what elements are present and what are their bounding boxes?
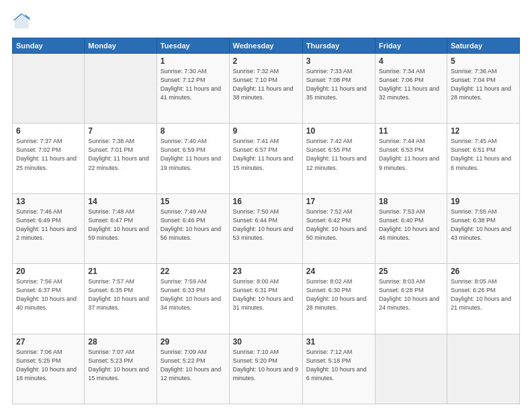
day-cell: 21Sunrise: 7:57 AM Sunset: 6:35 PM Dayli…: [85, 264, 157, 334]
day-cell: 16Sunrise: 7:50 AM Sunset: 6:44 PM Dayli…: [229, 193, 302, 263]
day-number: 11: [379, 126, 443, 136]
day-cell: 23Sunrise: 8:00 AM Sunset: 6:31 PM Dayli…: [229, 264, 302, 334]
day-cell: 31Sunrise: 7:12 AM Sunset: 5:18 PM Dayli…: [302, 334, 375, 404]
day-info: Sunrise: 7:55 AM Sunset: 6:38 PM Dayligh…: [451, 208, 516, 242]
day-cell: 3Sunrise: 7:33 AM Sunset: 7:08 PM Daylig…: [302, 54, 375, 124]
header-row: SundayMondayTuesdayWednesdayThursdayFrid…: [13, 38, 520, 54]
col-header-tuesday: Tuesday: [157, 38, 229, 54]
week-row-2: 6Sunrise: 7:37 AM Sunset: 7:02 PM Daylig…: [13, 124, 520, 193]
day-cell: 22Sunrise: 7:59 AM Sunset: 6:33 PM Dayli…: [157, 264, 229, 334]
day-cell: [447, 334, 519, 404]
col-header-saturday: Saturday: [447, 38, 519, 54]
day-cell: 28Sunrise: 7:07 AM Sunset: 5:23 PM Dayli…: [85, 334, 157, 404]
day-info: Sunrise: 7:36 AM Sunset: 7:04 PM Dayligh…: [451, 67, 516, 102]
day-cell: [375, 334, 447, 404]
day-cell: 15Sunrise: 7:49 AM Sunset: 6:46 PM Dayli…: [157, 193, 229, 263]
day-cell: 6Sunrise: 7:37 AM Sunset: 7:02 PM Daylig…: [13, 124, 85, 193]
day-number: 14: [88, 197, 153, 206]
day-number: 15: [161, 197, 226, 206]
day-number: 23: [233, 267, 299, 276]
logo: [12, 12, 35, 31]
day-info: Sunrise: 7:44 AM Sunset: 6:53 PM Dayligh…: [379, 137, 443, 172]
day-info: Sunrise: 7:57 AM Sunset: 6:35 PM Dayligh…: [88, 277, 153, 312]
day-number: 6: [16, 126, 81, 136]
day-number: 1: [161, 56, 226, 66]
day-info: Sunrise: 8:05 AM Sunset: 6:26 PM Dayligh…: [451, 277, 516, 312]
day-info: Sunrise: 7:40 AM Sunset: 6:59 PM Dayligh…: [161, 137, 226, 172]
day-info: Sunrise: 8:03 AM Sunset: 6:28 PM Dayligh…: [379, 277, 443, 312]
day-number: 16: [233, 197, 299, 206]
day-number: 2: [233, 56, 299, 66]
day-number: 25: [379, 267, 443, 276]
day-info: Sunrise: 8:00 AM Sunset: 6:31 PM Dayligh…: [233, 277, 299, 312]
day-info: Sunrise: 7:38 AM Sunset: 7:01 PM Dayligh…: [88, 137, 153, 172]
day-info: Sunrise: 7:52 AM Sunset: 6:42 PM Dayligh…: [306, 208, 371, 242]
day-info: Sunrise: 7:50 AM Sunset: 6:44 PM Dayligh…: [233, 208, 299, 242]
week-row-3: 13Sunrise: 7:46 AM Sunset: 6:49 PM Dayli…: [13, 193, 520, 263]
day-info: Sunrise: 7:07 AM Sunset: 5:23 PM Dayligh…: [88, 348, 153, 383]
day-cell: 17Sunrise: 7:52 AM Sunset: 6:42 PM Dayli…: [302, 193, 375, 263]
day-number: 26: [451, 267, 516, 276]
day-cell: 11Sunrise: 7:44 AM Sunset: 6:53 PM Dayli…: [375, 124, 447, 193]
day-cell: 14Sunrise: 7:48 AM Sunset: 6:47 PM Dayli…: [85, 193, 157, 263]
day-info: Sunrise: 7:33 AM Sunset: 7:08 PM Dayligh…: [306, 67, 371, 102]
header: [12, 12, 520, 31]
day-info: Sunrise: 7:32 AM Sunset: 7:10 PM Dayligh…: [233, 67, 299, 102]
day-number: 5: [451, 56, 516, 66]
day-number: 10: [306, 126, 371, 136]
day-info: Sunrise: 7:12 AM Sunset: 5:18 PM Dayligh…: [306, 348, 371, 383]
day-number: 24: [306, 267, 371, 276]
col-header-monday: Monday: [85, 38, 157, 54]
col-header-friday: Friday: [375, 38, 447, 54]
day-info: Sunrise: 7:49 AM Sunset: 6:46 PM Dayligh…: [161, 208, 226, 242]
day-cell: 20Sunrise: 7:56 AM Sunset: 6:37 PM Dayli…: [13, 264, 85, 334]
day-number: 17: [306, 197, 371, 206]
logo-icon: [12, 12, 31, 31]
day-cell: 18Sunrise: 7:53 AM Sunset: 6:40 PM Dayli…: [375, 193, 447, 263]
day-number: 8: [161, 126, 226, 136]
day-cell: 7Sunrise: 7:38 AM Sunset: 7:01 PM Daylig…: [85, 124, 157, 193]
calendar-table: SundayMondayTuesdayWednesdayThursdayFrid…: [12, 38, 520, 404]
day-number: 27: [16, 337, 81, 347]
day-info: Sunrise: 7:59 AM Sunset: 6:33 PM Dayligh…: [161, 277, 226, 312]
day-info: Sunrise: 7:46 AM Sunset: 6:49 PM Dayligh…: [16, 208, 81, 242]
day-cell: 26Sunrise: 8:05 AM Sunset: 6:26 PM Dayli…: [447, 264, 519, 334]
day-info: Sunrise: 7:45 AM Sunset: 6:51 PM Dayligh…: [451, 137, 516, 172]
day-cell: 2Sunrise: 7:32 AM Sunset: 7:10 PM Daylig…: [229, 54, 302, 124]
calendar-page: SundayMondayTuesdayWednesdayThursdayFrid…: [0, 0, 532, 411]
day-cell: 5Sunrise: 7:36 AM Sunset: 7:04 PM Daylig…: [447, 54, 519, 124]
day-number: 18: [379, 197, 443, 206]
day-info: Sunrise: 7:09 AM Sunset: 5:22 PM Dayligh…: [161, 348, 226, 383]
day-info: Sunrise: 7:53 AM Sunset: 6:40 PM Dayligh…: [379, 208, 443, 242]
day-info: Sunrise: 7:56 AM Sunset: 6:37 PM Dayligh…: [16, 277, 81, 312]
day-cell: [13, 54, 85, 124]
day-cell: [85, 54, 157, 124]
day-number: 3: [306, 56, 371, 66]
day-cell: 19Sunrise: 7:55 AM Sunset: 6:38 PM Dayli…: [447, 193, 519, 263]
day-cell: 13Sunrise: 7:46 AM Sunset: 6:49 PM Dayli…: [13, 193, 85, 263]
week-row-4: 20Sunrise: 7:56 AM Sunset: 6:37 PM Dayli…: [13, 264, 520, 334]
day-number: 31: [306, 337, 371, 347]
day-number: 28: [88, 337, 153, 347]
day-cell: 30Sunrise: 7:10 AM Sunset: 5:20 PM Dayli…: [229, 334, 302, 404]
day-info: Sunrise: 7:30 AM Sunset: 7:12 PM Dayligh…: [161, 67, 226, 102]
day-number: 19: [451, 197, 516, 206]
day-info: Sunrise: 7:10 AM Sunset: 5:20 PM Dayligh…: [233, 348, 299, 383]
day-info: Sunrise: 7:41 AM Sunset: 6:57 PM Dayligh…: [233, 137, 299, 172]
day-cell: 9Sunrise: 7:41 AM Sunset: 6:57 PM Daylig…: [229, 124, 302, 193]
day-number: 4: [379, 56, 443, 66]
day-info: Sunrise: 8:02 AM Sunset: 6:30 PM Dayligh…: [306, 277, 371, 312]
day-number: 22: [161, 267, 226, 276]
day-info: Sunrise: 7:42 AM Sunset: 6:55 PM Dayligh…: [306, 137, 371, 172]
day-number: 13: [16, 197, 81, 206]
day-number: 7: [88, 126, 153, 136]
day-cell: 27Sunrise: 7:06 AM Sunset: 5:25 PM Dayli…: [13, 334, 85, 404]
day-info: Sunrise: 7:34 AM Sunset: 7:06 PM Dayligh…: [379, 67, 443, 102]
col-header-sunday: Sunday: [13, 38, 85, 54]
day-cell: 24Sunrise: 8:02 AM Sunset: 6:30 PM Dayli…: [302, 264, 375, 334]
day-info: Sunrise: 7:37 AM Sunset: 7:02 PM Dayligh…: [16, 137, 81, 172]
day-info: Sunrise: 7:06 AM Sunset: 5:25 PM Dayligh…: [16, 348, 81, 383]
day-info: Sunrise: 7:48 AM Sunset: 6:47 PM Dayligh…: [88, 208, 153, 242]
day-cell: 1Sunrise: 7:30 AM Sunset: 7:12 PM Daylig…: [157, 54, 229, 124]
day-cell: 10Sunrise: 7:42 AM Sunset: 6:55 PM Dayli…: [302, 124, 375, 193]
